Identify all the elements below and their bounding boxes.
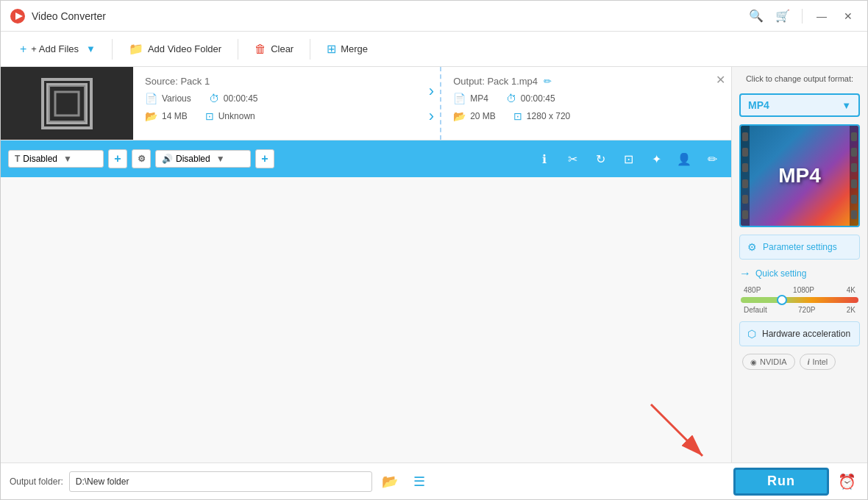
search-icon[interactable]: 🔍 bbox=[746, 6, 766, 26]
run-button[interactable]: Run bbox=[733, 468, 829, 496]
output-row-2: 📂 20 MB ⊡ 1280 x 720 bbox=[453, 110, 719, 122]
output-clock-icon: ⏱ bbox=[506, 93, 516, 104]
close-button[interactable]: ✕ bbox=[838, 6, 858, 26]
label-720p: 720P bbox=[798, 306, 815, 314]
left-panel: Source: Pack 1 📄 Various ⏱ 00:00:45 bbox=[1, 67, 731, 463]
source-label: Source: Pack 1 bbox=[145, 76, 411, 87]
subtitle-add-button[interactable]: + bbox=[108, 149, 127, 168]
hw-accel-icon: ⬡ bbox=[747, 328, 756, 340]
subtitle-icon: T bbox=[15, 154, 20, 164]
subtitle-select[interactable]: T Disabled ▼ bbox=[8, 150, 104, 168]
label-default: Default bbox=[744, 306, 767, 314]
cart-icon[interactable]: 🛒 bbox=[772, 6, 793, 26]
audio-icon: 🔊 bbox=[162, 154, 173, 164]
output-res-icon: ⊡ bbox=[513, 110, 522, 122]
subtitle-edit-button[interactable]: ⚙ bbox=[132, 149, 151, 168]
merge-icon: ⊞ bbox=[327, 42, 336, 56]
output-format: 📄 MP4 bbox=[453, 93, 488, 104]
watermark-tool[interactable]: 👤 bbox=[672, 147, 696, 171]
add-folder-button[interactable]: 📁 Add Video Folder bbox=[118, 38, 232, 60]
right-panel: Click to change output format: MP4 ▼ MP4 bbox=[731, 67, 867, 463]
main-window: Video Converter 🔍 🛒 — ✕ + + Add Files ▼ … bbox=[0, 0, 868, 500]
output-resolution: ⊡ 1280 x 720 bbox=[513, 110, 570, 122]
browse-folder-button[interactable]: 📂 bbox=[378, 470, 402, 493]
format-selector[interactable]: MP4 ▼ bbox=[739, 93, 860, 117]
clock-icon: ⏱ bbox=[209, 93, 219, 104]
output-duration: ⏱ 00:00:45 bbox=[506, 93, 555, 104]
arrow-right-2: › bbox=[429, 107, 434, 126]
add-files-button[interactable]: + + Add Files ▼ bbox=[10, 38, 106, 60]
audio-add-button[interactable]: + bbox=[255, 149, 274, 168]
title-bar: Video Converter 🔍 🛒 — ✕ bbox=[1, 1, 867, 32]
toolbar: + + Add Files ▼ 📁 Add Video Folder 🗑 Cle… bbox=[1, 32, 867, 67]
quick-setting-section: → Quick setting 480P 1080P 4K Default 72… bbox=[739, 267, 860, 314]
alarm-button[interactable]: ⏰ bbox=[835, 470, 858, 493]
slider-bottom-labels: Default 720P 2K bbox=[741, 306, 858, 314]
output-header: Output: Pack 1.mp4 ✏ bbox=[453, 76, 719, 87]
output-format-icon: 📄 bbox=[453, 93, 466, 104]
slider-track[interactable] bbox=[741, 297, 858, 303]
quick-setting-header: → Quick setting bbox=[739, 267, 860, 280]
output-path-input[interactable] bbox=[69, 471, 373, 492]
edit-output-icon[interactable]: ✏ bbox=[544, 76, 552, 87]
file-close-button[interactable]: ✕ bbox=[716, 73, 725, 87]
merge-button[interactable]: ⊞ Merge bbox=[316, 38, 378, 60]
param-icon: ⚙ bbox=[747, 241, 757, 253]
format-preview[interactable]: MP4 bbox=[739, 124, 860, 227]
app-title: Video Converter bbox=[32, 10, 746, 22]
file-thumbnail bbox=[1, 67, 133, 140]
crop-tool[interactable]: ⊡ bbox=[616, 147, 640, 171]
subtitle-arrow: ▼ bbox=[63, 154, 72, 164]
source-row-2: 📂 14 MB ⊡ Unknown bbox=[145, 110, 411, 122]
audio-arrow: ▼ bbox=[216, 154, 225, 164]
toolbar-divider-3 bbox=[310, 39, 310, 60]
edit-bar: T Disabled ▼ + ⚙ 🔊 Disabled ▼ + ℹ ✂ ↻ ⊡ … bbox=[1, 140, 731, 177]
label-480p: 480P bbox=[744, 286, 761, 294]
controls-divider bbox=[802, 9, 803, 24]
effects-tool[interactable]: ✦ bbox=[644, 147, 668, 171]
drop-area bbox=[1, 177, 731, 463]
info-tool[interactable]: ℹ bbox=[533, 147, 556, 171]
toolbar-divider-2 bbox=[238, 39, 238, 60]
output-format-label: Click to change output format: bbox=[739, 74, 860, 83]
format-preview-inner: MP4 bbox=[741, 126, 858, 226]
add-files-dropdown-arrow[interactable]: ▼ bbox=[86, 43, 96, 54]
source-duration: ⏱ 00:00:45 bbox=[209, 93, 258, 104]
quality-slider-container: 480P 1080P 4K Default 720P 2K bbox=[739, 286, 860, 314]
format-arrow-icon: ▼ bbox=[842, 100, 851, 111]
intel-icon: i bbox=[808, 358, 810, 366]
hardware-acceleration-button[interactable]: ⬡ Hardware acceleration bbox=[739, 321, 860, 346]
window-controls: 🔍 🛒 — ✕ bbox=[746, 6, 858, 26]
output-folder-label: Output folder: bbox=[10, 476, 63, 487]
audio-select[interactable]: 🔊 Disabled ▼ bbox=[155, 150, 251, 168]
quick-setting-icon: → bbox=[739, 267, 751, 280]
clear-icon: 🗑 bbox=[255, 43, 266, 56]
source-resolution: ⊡ Unknown bbox=[205, 110, 255, 122]
format-name: MP4 bbox=[748, 99, 769, 111]
param-settings-button[interactable]: ⚙ Parameter settings bbox=[739, 235, 860, 260]
bottom-bar: Output folder: 📂 ☰ Run ⏰ bbox=[1, 463, 867, 499]
res-icon: ⊡ bbox=[205, 110, 214, 122]
slider-thumb[interactable] bbox=[777, 295, 787, 305]
file-arrow: › › bbox=[423, 67, 440, 140]
cut-tool[interactable]: ✂ bbox=[561, 147, 584, 171]
gpu-badges: ◉ NVIDIA i Intel bbox=[739, 354, 860, 370]
clear-button[interactable]: 🗑 Clear bbox=[244, 38, 304, 60]
add-files-icon: + bbox=[20, 43, 26, 56]
arrow-right-1: › bbox=[429, 82, 434, 101]
format-icon: 📄 bbox=[145, 93, 157, 104]
intel-badge[interactable]: i Intel bbox=[800, 354, 836, 370]
toolbar-divider-1 bbox=[112, 39, 113, 60]
main-content: Source: Pack 1 📄 Various ⏱ 00:00:45 bbox=[1, 67, 867, 463]
output-size-icon: 📂 bbox=[453, 110, 466, 122]
list-view-button[interactable]: ☰ bbox=[408, 470, 431, 493]
label-4k: 4K bbox=[847, 286, 855, 294]
size-icon: 📂 bbox=[145, 110, 157, 122]
format-preview-text: MP4 bbox=[778, 164, 821, 188]
audio-tool[interactable]: ↻ bbox=[588, 147, 612, 171]
slider-top-labels: 480P 1080P 4K bbox=[741, 286, 858, 294]
subtitle-tool[interactable]: ✏ bbox=[700, 147, 724, 171]
minimize-button[interactable]: — bbox=[811, 6, 832, 26]
nvidia-badge[interactable]: ◉ NVIDIA bbox=[742, 354, 795, 370]
thumbnail-icon bbox=[41, 78, 93, 129]
